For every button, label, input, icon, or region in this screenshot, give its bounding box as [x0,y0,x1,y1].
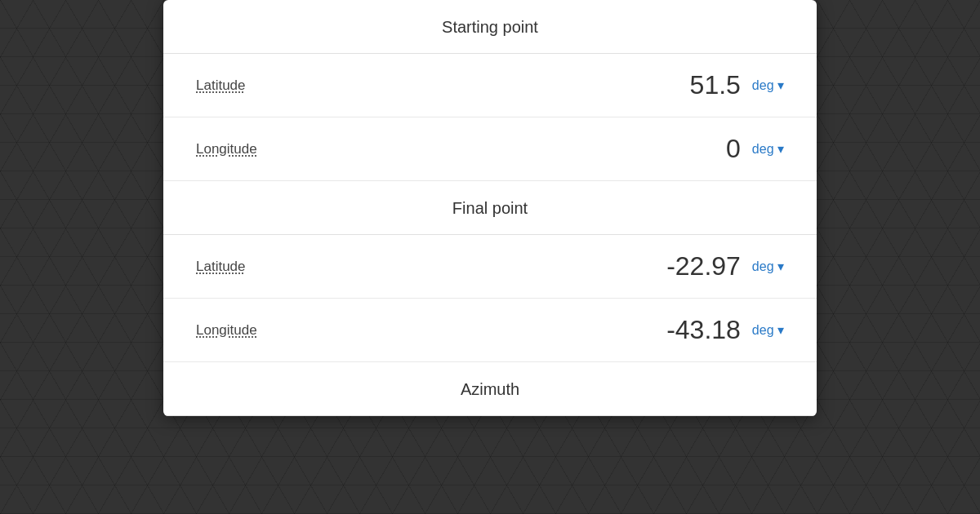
final-latitude-value-group: -22.97 deg ▾ [666,251,784,281]
final-latitude-row: Latitude -22.97 deg ▾ [163,235,817,299]
start-longitude-label: Longitude [196,141,257,157]
start-latitude-value: 51.5 [690,70,741,100]
final-longitude-value: -43.18 [666,315,741,345]
final-latitude-label: Latitude [196,259,246,275]
final-point-header: Final point [163,181,817,235]
start-latitude-row: Latitude 51.5 deg ▾ [163,54,817,117]
azimuth-header: Azimuth [163,362,817,416]
final-longitude-label: Longitude [196,322,257,339]
azimuth-title: Azimuth [461,380,519,398]
final-longitude-row: Longitude -43.18 deg ▾ [163,299,817,362]
start-latitude-value-group: 51.5 deg ▾ [690,70,784,100]
final-point-title: Final point [452,199,528,217]
starting-point-title: Starting point [442,18,538,36]
start-longitude-unit[interactable]: deg ▾ [752,141,784,157]
final-latitude-value: -22.97 [666,251,741,281]
start-longitude-value-group: 0 deg ▾ [726,134,784,164]
starting-point-header: Starting point [163,0,817,54]
main-card: Starting point Latitude 51.5 deg ▾ Longi… [163,0,817,416]
final-longitude-unit[interactable]: deg ▾ [752,322,784,338]
start-longitude-value: 0 [726,134,741,164]
final-longitude-value-group: -43.18 deg ▾ [666,315,784,345]
start-latitude-label: Latitude [196,78,246,94]
start-latitude-unit[interactable]: deg ▾ [752,78,784,93]
final-latitude-unit[interactable]: deg ▾ [752,259,784,274]
start-longitude-row: Longitude 0 deg ▾ [163,117,817,181]
